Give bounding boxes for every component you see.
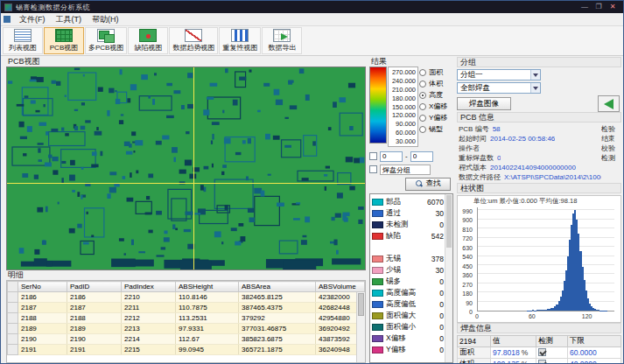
list-item[interactable]: 少锡 30 — [372, 264, 444, 276]
table-row[interactable]: 2187 2187 2211 110.7875 387465.4375 4268… — [8, 303, 365, 313]
group-combo[interactable]: 分组一 — [457, 69, 541, 80]
close-button[interactable]: ✕ — [606, 2, 620, 12]
toolbar-button[interactable]: 重复性视图 — [219, 27, 261, 54]
metric-radio-option[interactable]: 面积 — [419, 67, 453, 77]
list-item[interactable]: 未检测 0 — [372, 219, 444, 230]
chevron-down-icon[interactable] — [530, 70, 540, 80]
menu-item[interactable]: 工具(T) — [51, 13, 88, 26]
list-view-icon — [14, 29, 32, 42]
table-row[interactable]: 2189 2189 2213 97.9331 377031.46875 3692… — [8, 324, 365, 334]
list-item[interactable]: Y偏移 0 — [372, 344, 444, 355]
radio-icon[interactable] — [419, 126, 426, 133]
metric-label: X偏移 — [429, 102, 447, 111]
list-item[interactable]: X偏移 0 — [372, 332, 444, 344]
row-selector[interactable] — [8, 324, 18, 334]
row-selector[interactable] — [8, 303, 18, 313]
toolbar-button[interactable]: 数据导出 — [262, 27, 302, 54]
toolbar-button[interactable]: 多PCB视图 — [85, 27, 127, 54]
histogram-y-axis: 090180270360450540630720810900990 — [458, 207, 475, 312]
metric-radio-option[interactable]: Y偏移 — [419, 113, 453, 122]
row-selector[interactable] — [8, 334, 18, 345]
maximize-button[interactable]: ❐ — [592, 2, 606, 12]
metric-radio-option[interactable]: 高度 — [419, 90, 453, 100]
pcb-info-row: PCB 编号 58 检验 — [459, 124, 620, 134]
counter-scrollbar[interactable] — [445, 194, 452, 362]
radio-icon[interactable] — [419, 115, 426, 122]
detail-column-header[interactable]: PadID — [67, 282, 122, 292]
list-item[interactable]: 部品 6070 — [372, 196, 444, 207]
list-item[interactable]: 锡多 0 — [372, 276, 444, 287]
detail-column-header[interactable]: SerNo — [18, 282, 67, 292]
main-area: PCB视图 明细 SerNoPadIDPadI — [1, 56, 623, 363]
scale-value: 90.000 — [390, 120, 416, 128]
list-item[interactable]: 高度偏高 0 — [372, 287, 444, 298]
table-row[interactable]: 2186 2186 2210 110.8146 382465.8125 4238… — [8, 292, 365, 303]
list-item[interactable]: 面积偏小 0 — [372, 321, 444, 332]
list-item[interactable]: 无锡 378 — [372, 253, 444, 264]
radio-icon[interactable] — [419, 92, 426, 99]
toolbar-button[interactable]: PCB视图 — [44, 27, 84, 54]
scale-value: 150.000 — [390, 103, 416, 111]
cell-serno: 2186 — [18, 292, 67, 303]
pad-image-button[interactable]: 焊盘图像 — [457, 97, 511, 110]
category-color-swatch — [372, 312, 383, 319]
previous-pad-button[interactable] — [598, 95, 620, 112]
toolbar: 列表视图 PCB视图 多PCB视图 缺陷视图 数据趋势视图 — [1, 26, 623, 56]
info-label: 程式版本 — [459, 163, 487, 172]
counter-scrollbar-thumb[interactable] — [446, 195, 452, 248]
menu-item[interactable]: 帮助(H) — [87, 13, 124, 26]
cell-absarea: 365721.1875 — [239, 345, 316, 355]
list-item[interactable]: 通过 30 — [372, 207, 444, 219]
radio-icon[interactable] — [419, 103, 426, 110]
toolbar-button[interactable]: 缺陷视图 — [128, 27, 168, 54]
find-button-label: 查找 — [426, 178, 441, 189]
detail-scrollbar[interactable] — [356, 292, 365, 362]
detail-column-header[interactable]: ABSArea — [239, 282, 316, 292]
cell-padid: 2190 — [67, 334, 122, 345]
pad-check-checkbox[interactable] — [538, 360, 546, 364]
toolbar-button[interactable]: 列表视图 — [3, 27, 43, 54]
list-item[interactable]: 缺陷 542 — [372, 230, 444, 242]
metric-radio-option[interactable]: 锡型 — [419, 124, 453, 134]
pad-info-col-check: 检测 — [536, 336, 568, 347]
category-color-swatch — [372, 346, 383, 354]
row-selector[interactable] — [8, 313, 18, 324]
cell-absarea: 382465.8125 — [239, 292, 316, 303]
table-row[interactable]: 2190 2190 2214 112.67 385823.6875 438735… — [8, 334, 365, 345]
row-selector[interactable] — [8, 345, 18, 355]
radio-icon[interactable] — [419, 69, 426, 76]
list-item[interactable]: 面积偏大 0 — [372, 310, 444, 321]
table-row[interactable]: 2188 2188 2212 113.2531 379292 42954880 — [8, 313, 365, 324]
detail-column-header[interactable]: ABSHeight — [176, 282, 239, 292]
detail-column-header[interactable]: PadIndex — [122, 282, 176, 292]
toolbar-button-label: 列表视图 — [9, 43, 37, 52]
range-from-input[interactable] — [380, 151, 403, 162]
category-color-swatch — [372, 256, 383, 262]
pad-filter-combo[interactable]: 全部焊盘 — [457, 82, 541, 94]
menu-item[interactable]: 文件(F) — [14, 13, 51, 26]
pad-check-checkbox[interactable] — [538, 348, 546, 356]
category-label: 未检测 — [386, 220, 409, 230]
metric-radio-option[interactable]: X偏移 — [419, 102, 453, 111]
range-to-input[interactable] — [410, 151, 433, 162]
radio-icon[interactable] — [419, 80, 426, 88]
pcb-canvas[interactable] — [6, 66, 366, 270]
pad-info-pad-number: 2194 — [458, 336, 491, 347]
list-item[interactable]: 高度偏低 0 — [372, 298, 444, 310]
range-checkbox[interactable] — [369, 152, 377, 160]
toolbar-button[interactable]: 数据趋势视图 — [169, 27, 218, 54]
detail-scrollbar-thumb[interactable] — [358, 293, 364, 316]
metric-radio-option[interactable]: 体积 — [419, 79, 453, 88]
chevron-down-icon[interactable] — [530, 83, 540, 93]
minimize-button[interactable]: — — [578, 2, 592, 12]
toolbar-button-label: PCB视图 — [50, 43, 78, 52]
detail-column-header[interactable]: ABSVolume — [316, 282, 365, 292]
scale-value: 30.000 — [390, 137, 416, 145]
row-selector[interactable] — [8, 292, 18, 303]
table-row[interactable]: 2191 2191 2215 99.0945 365721.1875 36240… — [8, 345, 365, 355]
pad-group-checkbox[interactable] — [369, 165, 377, 173]
info-label: 起始时间 — [459, 134, 487, 144]
list-item[interactable] — [372, 242, 444, 253]
cell-absarea: 377031.46875 — [239, 324, 316, 334]
find-button[interactable]: 查找 — [405, 178, 451, 191]
